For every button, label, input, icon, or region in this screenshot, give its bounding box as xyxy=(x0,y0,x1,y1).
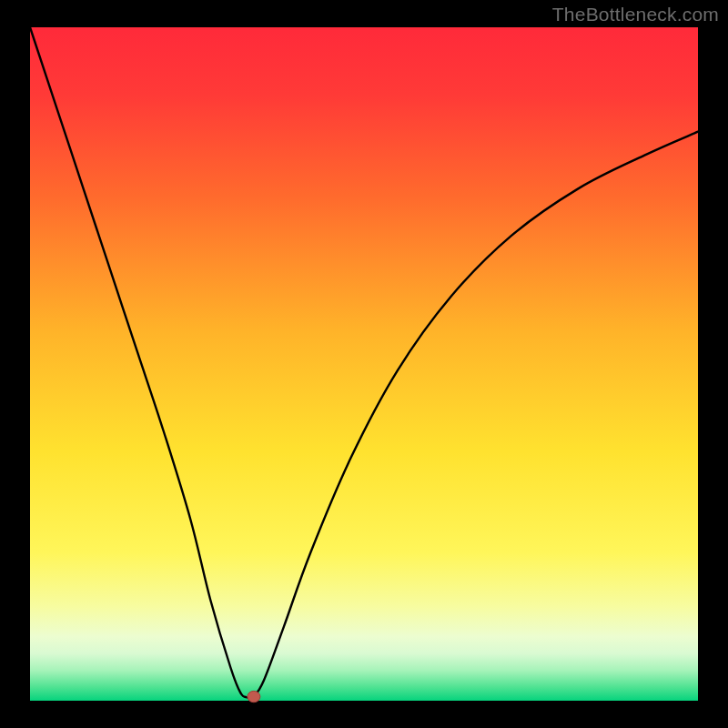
watermark-text: TheBottleneck.com xyxy=(552,4,719,25)
minimum-marker xyxy=(248,691,260,702)
plot-background xyxy=(30,27,698,701)
bottleneck-chart xyxy=(0,0,728,728)
chart-frame: TheBottleneck.com xyxy=(0,0,728,728)
